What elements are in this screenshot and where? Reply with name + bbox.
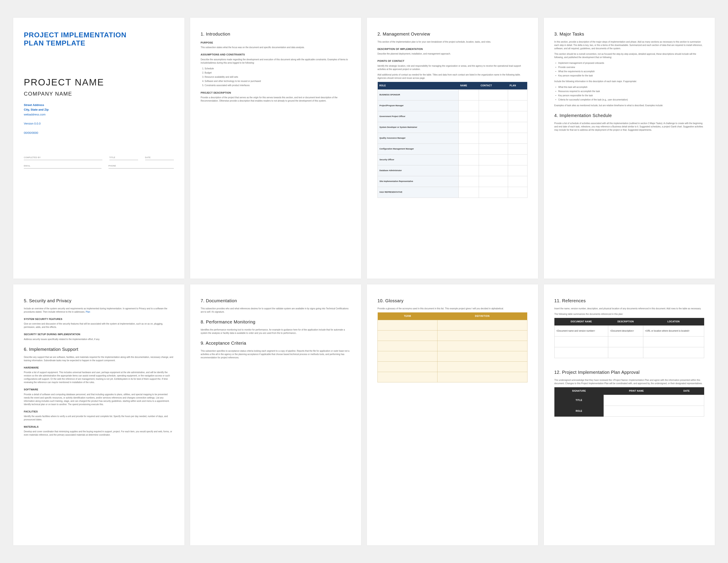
glossary-table: TERM DEFINITION bbox=[377, 313, 527, 383]
table-cell[interactable] bbox=[437, 331, 527, 341]
table-cell[interactable] bbox=[437, 320, 527, 331]
table-cell[interactable] bbox=[458, 154, 479, 165]
table-cell[interactable] bbox=[608, 347, 643, 358]
sec1-proj-p: Provide a description of the project tha… bbox=[201, 96, 351, 102]
sec12-title: 12. Project Implementation Plan Approval bbox=[554, 369, 704, 375]
text: Include an overview of the system securi… bbox=[24, 307, 167, 313]
table-cell[interactable] bbox=[479, 176, 508, 187]
plan-link[interactable]: Plan bbox=[86, 311, 90, 313]
sig-completed-by[interactable]: COMPLETED BY bbox=[24, 155, 102, 160]
sec9-p: This subsection specifies to acceptance … bbox=[201, 349, 351, 359]
sec1-purpose-h: PURPOSE bbox=[201, 41, 351, 44]
table-cell[interactable] bbox=[378, 331, 437, 341]
table-row-label: Configuration Management Manager bbox=[378, 143, 459, 154]
table-cell[interactable]: <URL or location where document is locat… bbox=[643, 326, 704, 337]
sec11-p1: Insert the name, version number, descrip… bbox=[554, 307, 704, 310]
table-cell[interactable] bbox=[437, 351, 527, 362]
table-cell[interactable] bbox=[479, 133, 508, 143]
table-cell[interactable] bbox=[458, 111, 479, 122]
sig-title[interactable]: TITLE bbox=[109, 155, 138, 160]
table-cell[interactable] bbox=[604, 406, 704, 417]
sec2-dos-h: DESCRIPTION OF IMPLEMENTATION bbox=[377, 47, 527, 51]
table-cell[interactable] bbox=[479, 143, 508, 154]
table-row-label: Database Administrator bbox=[378, 165, 459, 176]
date: 00/00/0000 bbox=[24, 131, 174, 135]
table-cell[interactable] bbox=[437, 372, 527, 383]
table-cell[interactable] bbox=[508, 143, 527, 154]
table-cell[interactable] bbox=[458, 89, 479, 100]
table-cell[interactable] bbox=[437, 341, 527, 351]
th-plan: PLAN bbox=[508, 82, 527, 90]
table-cell[interactable] bbox=[378, 341, 437, 351]
table-cell[interactable] bbox=[378, 372, 437, 383]
template-title-l2: PLAN TEMPLATE bbox=[24, 39, 174, 47]
sec8-title: 8. Performance Monitoring bbox=[201, 319, 351, 325]
table-cell[interactable] bbox=[437, 362, 527, 372]
sec5-p1: Include an overview of the system securi… bbox=[24, 307, 174, 314]
sig-date[interactable]: DATE bbox=[145, 155, 174, 160]
sig-email[interactable]: EMAIL bbox=[24, 163, 101, 168]
list-item: Constraints associated with product inte… bbox=[205, 83, 351, 87]
company-name: COMPANY NAME bbox=[24, 90, 174, 98]
sec11-p2: The following table summarizes the docum… bbox=[554, 313, 704, 316]
table-cell[interactable] bbox=[458, 165, 479, 176]
table-cell[interactable] bbox=[479, 100, 508, 111]
cover-meta: Street Address City, State and Zip webad… bbox=[24, 103, 174, 135]
sec2-tbl-intro: Add additional points of contact as need… bbox=[377, 73, 527, 80]
page-management: 2. Management Overview This section of t… bbox=[367, 18, 538, 278]
table-cell[interactable] bbox=[458, 176, 479, 187]
table-cell[interactable] bbox=[458, 187, 479, 197]
table-cell[interactable] bbox=[508, 133, 527, 143]
sec4-p: Provide a list of schedule of activities… bbox=[554, 122, 704, 132]
address-line2: City, State and Zip bbox=[24, 107, 174, 112]
table-cell[interactable] bbox=[508, 100, 527, 111]
sec3-list1: Implement management of proposed onboard… bbox=[558, 61, 704, 77]
table-cell[interactable]: <Document name and version number> bbox=[554, 326, 608, 337]
sec5-imp-h: SECURITY SETUP DURING IMPLEMENTATION bbox=[24, 333, 174, 336]
list-item: Software and other technology to be reus… bbox=[205, 79, 351, 83]
table-cell[interactable] bbox=[508, 154, 527, 165]
table-cell[interactable] bbox=[458, 122, 479, 133]
list-item: Provide overview bbox=[558, 65, 704, 69]
table-cell[interactable] bbox=[378, 320, 437, 331]
table-cell[interactable]: <Document description> bbox=[608, 326, 643, 337]
table-cell[interactable] bbox=[508, 187, 527, 197]
page-tasks: 3. Major Tasks In this section, provide … bbox=[544, 18, 715, 278]
sec2-dos-p: Describe the planned deployment, install… bbox=[377, 52, 527, 55]
table-cell[interactable] bbox=[378, 362, 437, 372]
table-cell[interactable] bbox=[604, 395, 704, 406]
table-cell[interactable] bbox=[643, 337, 704, 347]
table-cell[interactable] bbox=[508, 89, 527, 100]
table-cell[interactable] bbox=[458, 100, 479, 111]
sec1-purpose-p: This subsection states what the focus wa… bbox=[201, 46, 351, 49]
sec2-poc-h: POINTS OF CONTACT bbox=[377, 59, 527, 63]
signature-block: COMPLETED BY TITLE DATE EMAIL PHONE bbox=[24, 155, 174, 168]
th-loc: LOCATION bbox=[643, 318, 704, 326]
sig-phone[interactable]: PHONE bbox=[109, 163, 174, 168]
table-cell[interactable] bbox=[479, 122, 508, 133]
table-cell[interactable] bbox=[508, 122, 527, 133]
table-row-label: Project/Program Manager bbox=[378, 100, 459, 111]
table-cell[interactable] bbox=[458, 133, 479, 143]
table-cell[interactable] bbox=[458, 143, 479, 154]
table-row-label: BUSINESS SPONSOR bbox=[378, 89, 459, 100]
list-item: Resource availability and skill sets bbox=[205, 75, 351, 79]
page-cover: PROJECT IMPLEMENTATION PLAN TEMPLATE PRO… bbox=[13, 18, 184, 278]
table-cell[interactable] bbox=[554, 337, 608, 347]
table-cell[interactable] bbox=[508, 176, 527, 187]
table-cell[interactable] bbox=[479, 89, 508, 100]
sec6-sw-p: Provide a detail of software and computi… bbox=[24, 393, 174, 406]
table-row-label: Security Officer bbox=[378, 154, 459, 165]
table-cell[interactable] bbox=[479, 187, 508, 197]
table-cell[interactable] bbox=[479, 111, 508, 122]
table-cell[interactable] bbox=[608, 337, 643, 347]
table-cell[interactable] bbox=[554, 347, 608, 358]
table-cell[interactable] bbox=[508, 165, 527, 176]
contacts-table: ROLE NAME CONTACT PLAN BUSINESS SPONSOR … bbox=[377, 82, 527, 198]
table-cell[interactable] bbox=[508, 111, 527, 122]
page-glossary: 10. Glossary Provide a glossary of the a… bbox=[367, 285, 538, 545]
table-cell[interactable] bbox=[378, 351, 437, 362]
table-cell[interactable] bbox=[479, 165, 508, 176]
table-cell[interactable] bbox=[643, 347, 704, 358]
table-cell[interactable] bbox=[479, 154, 508, 165]
